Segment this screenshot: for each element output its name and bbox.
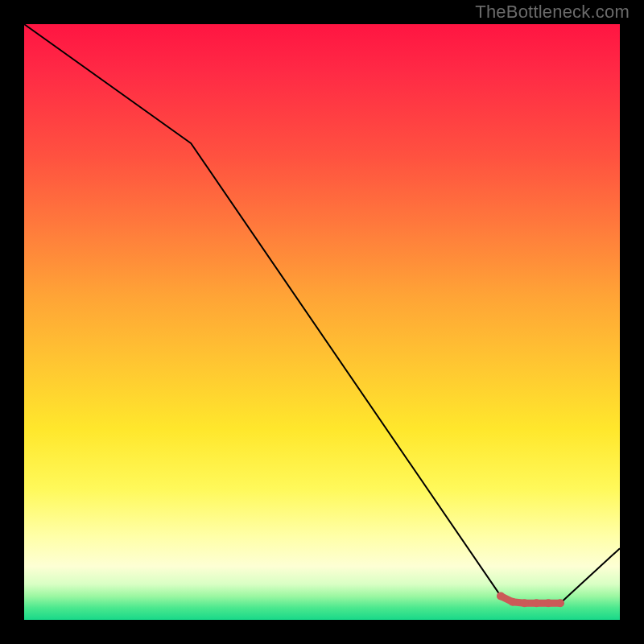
plot-overlay [24,24,620,620]
highlight-marker [532,599,540,607]
highlight-marker [556,599,564,607]
highlight-marker [509,598,517,606]
attribution-text: TheBottleneck.com [475,2,630,23]
highlight-marker [521,599,529,607]
highlight-marker [497,592,505,600]
series-bottleneck-curve [24,24,620,603]
highlight-marker [544,599,552,607]
chart-frame: TheBottleneck.com [0,0,644,644]
plot-area [24,24,620,620]
